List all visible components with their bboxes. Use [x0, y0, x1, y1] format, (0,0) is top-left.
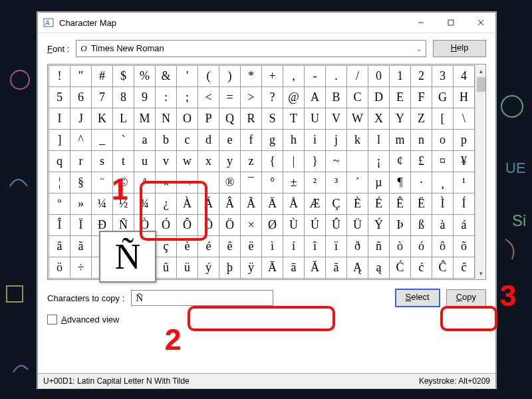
char-cell[interactable]: ð	[347, 236, 368, 257]
char-cell[interactable]: n	[411, 130, 432, 151]
char-cell[interactable]: §	[70, 172, 92, 194]
char-cell[interactable]: T	[283, 108, 305, 130]
char-cell[interactable]: Â	[219, 194, 241, 215]
char-cell[interactable]: ¬	[177, 172, 198, 194]
char-cell[interactable]: ®	[219, 172, 241, 194]
char-cell[interactable]: °	[262, 172, 283, 194]
char-cell[interactable]: <	[198, 87, 219, 108]
char-cell[interactable]: ý	[198, 257, 219, 279]
char-cell[interactable]: Î	[49, 215, 70, 236]
help-button[interactable]: Help	[433, 40, 486, 57]
char-cell[interactable]: e	[219, 130, 241, 151]
char-cell[interactable]: Á	[198, 194, 219, 215]
char-cell[interactable]: ³	[326, 172, 347, 194]
char-cell[interactable]: 8	[113, 87, 134, 108]
char-cell[interactable]: ~	[326, 151, 347, 172]
char-cell[interactable]: ©	[113, 172, 134, 194]
char-cell[interactable]: /	[347, 66, 368, 87]
char-cell[interactable]: `	[113, 130, 134, 151]
char-cell[interactable]: ô	[432, 236, 454, 257]
char-cell[interactable]: Þ	[390, 215, 411, 236]
char-cell[interactable]: Ą	[347, 257, 368, 279]
char-cell[interactable]: ß	[411, 215, 432, 236]
char-cell[interactable]: ²	[305, 172, 326, 194]
char-cell[interactable]: P	[198, 108, 219, 130]
maximize-button[interactable]	[436, 13, 466, 33]
char-cell[interactable]: >	[241, 87, 262, 108]
char-cell[interactable]: º	[49, 194, 70, 215]
char-cell[interactable]: Ý	[368, 215, 390, 236]
char-cell[interactable]: "	[70, 66, 92, 87]
scrollbar[interactable]: ▴ ▾	[475, 65, 485, 279]
char-cell[interactable]: ±	[283, 172, 305, 194]
char-cell[interactable]: j	[326, 130, 347, 151]
char-cell[interactable]: ¨	[92, 172, 113, 194]
char-cell[interactable]: Ë	[411, 194, 432, 215]
char-cell[interactable]: ì	[262, 236, 283, 257]
char-cell[interactable]: »	[70, 194, 92, 215]
char-cell[interactable]: F	[411, 87, 432, 108]
char-cell[interactable]: $	[113, 66, 134, 87]
char-cell[interactable]: [	[432, 108, 454, 130]
char-cell[interactable]: A	[305, 87, 326, 108]
char-cell[interactable]: Û	[326, 215, 347, 236]
char-cell[interactable]: Ó	[156, 215, 177, 236]
char-cell[interactable]: Ì	[432, 194, 454, 215]
char-cell[interactable]: ¸	[432, 172, 454, 194]
char-cell[interactable]: G	[432, 87, 454, 108]
char-cell[interactable]: J	[70, 108, 92, 130]
char-cell[interactable]: Ĉ	[432, 257, 454, 279]
char-cell[interactable]: ]	[49, 130, 70, 151]
char-cell[interactable]: û	[156, 257, 177, 279]
char-cell[interactable]: v	[156, 151, 177, 172]
char-cell[interactable]: ü	[177, 257, 198, 279]
char-cell[interactable]: |	[283, 151, 305, 172]
char-cell[interactable]: 0	[368, 66, 390, 87]
char-cell[interactable]: =	[219, 87, 241, 108]
char-cell[interactable]: ñ	[368, 236, 390, 257]
char-cell[interactable]: Ć	[390, 257, 411, 279]
char-cell[interactable]: #	[92, 66, 113, 87]
char-cell[interactable]: ª	[134, 172, 156, 194]
char-cell[interactable]: _	[92, 130, 113, 151]
char-cell[interactable]: ê	[219, 236, 241, 257]
char-cell[interactable]: ĉ	[454, 257, 475, 279]
char-cell[interactable]: {	[262, 151, 283, 172]
char-cell[interactable]: ?	[262, 87, 283, 108]
char-cell[interactable]: ­	[198, 172, 219, 194]
char-cell[interactable]: C	[347, 87, 368, 108]
char-cell[interactable]: d	[198, 130, 219, 151]
char-cell[interactable]: ï	[326, 236, 347, 257]
char-cell[interactable]: Ç	[326, 194, 347, 215]
char-cell[interactable]: Ô	[177, 215, 198, 236]
close-button[interactable]	[466, 13, 495, 33]
char-cell[interactable]: ö	[49, 257, 70, 279]
char-cell[interactable]: ã	[70, 236, 92, 257]
char-cell[interactable]: y	[219, 151, 241, 172]
char-cell[interactable]: %	[134, 66, 156, 87]
char-cell[interactable]: !	[49, 66, 70, 87]
char-cell[interactable]: V	[326, 108, 347, 130]
char-cell[interactable]: ¾	[134, 194, 156, 215]
char-cell[interactable]: Í	[454, 194, 475, 215]
char-cell[interactable]: É	[368, 194, 390, 215]
char-cell[interactable]: U	[305, 108, 326, 130]
char-cell[interactable]: @	[283, 87, 305, 108]
char-cell[interactable]: Y	[390, 108, 411, 130]
char-cell[interactable]: u	[134, 151, 156, 172]
char-cell[interactable]: a	[134, 130, 156, 151]
char-cell[interactable]: Ù	[283, 215, 305, 236]
char-cell[interactable]: á	[454, 215, 475, 236]
char-cell[interactable]: 9	[134, 87, 156, 108]
char-cell[interactable]: .	[326, 66, 347, 87]
char-cell[interactable]: â	[49, 236, 70, 257]
char-cell[interactable]: ā	[283, 257, 305, 279]
char-cell[interactable]: ¹	[454, 172, 475, 194]
char-cell[interactable]: ò	[390, 236, 411, 257]
char-cell[interactable]: ¿	[156, 194, 177, 215]
char-cell[interactable]: O	[177, 108, 198, 130]
char-cell[interactable]: Ø	[262, 215, 283, 236]
char-cell[interactable]: ¡	[368, 151, 390, 172]
char-cell[interactable]: ×	[241, 215, 262, 236]
char-cell[interactable]: \	[454, 108, 475, 130]
